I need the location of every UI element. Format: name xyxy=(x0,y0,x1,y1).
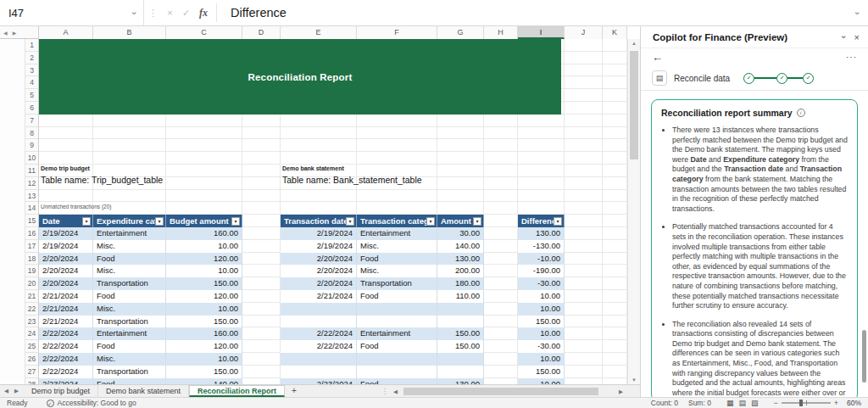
cell[interactable]: Food xyxy=(357,340,437,353)
cell[interactable] xyxy=(357,353,437,366)
cell[interactable] xyxy=(437,353,484,366)
cell[interactable]: 150.00 xyxy=(437,340,484,353)
name-box[interactable]: I47 › xyxy=(0,0,144,25)
tab-scroll-right-icon[interactable]: ▶ xyxy=(14,388,19,394)
row-header-24[interactable]: 24 xyxy=(25,327,38,340)
table-header-cell[interactable]: Difference▾ xyxy=(518,215,565,227)
sheet-tab-demo-bank-statement[interactable]: Demo bank statement xyxy=(98,385,189,397)
formula-bar-expand-icon[interactable]: › xyxy=(854,3,863,23)
cell[interactable] xyxy=(357,366,437,378)
cell[interactable]: 2/20/2024 xyxy=(281,253,357,265)
column-header-g[interactable]: G xyxy=(437,26,484,39)
hscroll-right-icon[interactable]: ▶ xyxy=(616,388,626,395)
cell[interactable]: 130.00 xyxy=(518,227,565,240)
cell[interactable]: Transportation xyxy=(93,316,166,328)
cell[interactable]: 150.00 xyxy=(166,366,242,378)
row-header-22[interactable]: 22 xyxy=(25,303,38,316)
row-header-5[interactable]: 5 xyxy=(25,89,38,102)
cell[interactable]: 2/20/2024 xyxy=(39,277,93,290)
cell[interactable]: 140.00 xyxy=(166,378,242,384)
filter-icon[interactable]: ▾ xyxy=(473,217,481,226)
table-header-cell[interactable]: Transaction date▾ xyxy=(281,215,357,227)
vertical-scroll-thumb[interactable] xyxy=(630,51,638,159)
filter-icon[interactable]: ▾ xyxy=(155,217,164,226)
cell[interactable]: 2/23/2024 xyxy=(39,378,93,384)
cell[interactable]: 160.00 xyxy=(166,327,242,340)
cell[interactable]: 2/20/2024 xyxy=(281,277,357,290)
filter-icon[interactable]: ▾ xyxy=(554,217,562,226)
cell[interactable]: 2/20/2024 xyxy=(39,265,93,277)
cell[interactable] xyxy=(281,353,357,366)
cell[interactable]: -190.00 xyxy=(518,265,565,277)
row-header-23[interactable]: 23 xyxy=(25,316,38,328)
row-header-13[interactable]: 13 xyxy=(25,190,38,203)
cell[interactable]: 110.00 xyxy=(437,290,484,303)
cell[interactable]: 150.00 xyxy=(518,366,565,378)
panel-collapse-icon[interactable]: › xyxy=(839,36,849,39)
cell[interactable]: 2/21/2024 xyxy=(39,303,93,316)
row-header-27[interactable]: 27 xyxy=(25,366,38,378)
cell[interactable] xyxy=(437,366,484,378)
cell[interactable]: 160.00 xyxy=(166,227,242,240)
horizontal-scrollbar[interactable]: ⋮ ◀ ▶ xyxy=(381,386,626,397)
cell[interactable]: Misc. xyxy=(357,265,437,277)
cell[interactable]: Transportation xyxy=(93,366,166,378)
cell[interactable]: Transportation xyxy=(357,277,437,290)
add-sheet-button[interactable]: + xyxy=(285,385,303,397)
cell[interactable]: Food xyxy=(357,253,437,265)
table-header-cell[interactable]: Budget amount▾ xyxy=(166,215,242,227)
cell[interactable]: 130.00 xyxy=(437,253,484,265)
cell[interactable]: 10.00 xyxy=(166,265,242,277)
cell[interactable]: Food xyxy=(357,290,437,303)
cell[interactable]: 2/20/2024 xyxy=(39,253,93,265)
cell[interactable]: 2/23/2024 xyxy=(281,378,357,384)
hscroll-track[interactable] xyxy=(400,387,616,396)
row-header-26[interactable]: 26 xyxy=(25,353,38,366)
cell[interactable]: Misc. xyxy=(93,353,166,366)
cell[interactable] xyxy=(281,303,357,316)
cell[interactable]: 180.00 xyxy=(437,277,484,290)
row-header-9[interactable]: 9 xyxy=(25,139,38,152)
cells-layer[interactable]: Reconciliation Report Demo trip budget T… xyxy=(39,39,627,384)
cell[interactable]: 120.00 xyxy=(166,340,242,353)
cell[interactable] xyxy=(357,303,437,316)
cell[interactable]: 140.00 xyxy=(437,240,484,253)
zoom-slider-thumb[interactable] xyxy=(799,400,803,406)
pane-right-icon[interactable]: ▶ xyxy=(13,30,17,36)
cell[interactable]: Misc. xyxy=(93,303,166,316)
page-break-view-icon[interactable]: ▧ xyxy=(751,399,759,407)
cell[interactable]: 150.00 xyxy=(437,327,484,340)
vertical-scrollbar[interactable]: ▲ ▼ xyxy=(627,39,640,384)
cell[interactable]: 150.00 xyxy=(166,277,242,290)
cell[interactable]: 10.00 xyxy=(518,303,565,316)
info-icon[interactable]: i xyxy=(797,109,805,117)
row-header-14[interactable]: 14 xyxy=(25,202,38,215)
row-header-6[interactable]: 6 xyxy=(25,102,38,115)
tab-scroll-left-icon[interactable]: ◀ xyxy=(4,388,8,394)
enter-icon[interactable]: ✓ xyxy=(178,8,194,19)
column-header-j[interactable]: J xyxy=(565,26,603,39)
accessibility-status[interactable]: ✓ Accessibility: Good to go xyxy=(47,399,136,407)
column-header-f[interactable]: F xyxy=(357,26,437,39)
row-header-10[interactable]: 10 xyxy=(25,152,38,165)
cell[interactable]: Food xyxy=(93,290,166,303)
row-header-17[interactable]: 17 xyxy=(25,240,38,253)
cell[interactable]: 2/20/2024 xyxy=(281,265,357,277)
cell[interactable]: 2/22/2024 xyxy=(281,340,357,353)
row-header-19[interactable]: 19 xyxy=(25,265,38,277)
cell[interactable] xyxy=(437,316,484,328)
cell[interactable]: Food xyxy=(93,340,166,353)
cell[interactable]: -30.00 xyxy=(518,340,565,353)
cell[interactable]: 2/22/2024 xyxy=(281,327,357,340)
cell[interactable]: 10.00 xyxy=(166,240,242,253)
sheet-tab-reconciliation-report[interactable]: Reconciliation Report xyxy=(189,385,285,397)
row-header-21[interactable]: 21 xyxy=(25,290,38,303)
table-header-cell[interactable]: Amount▾ xyxy=(437,215,484,227)
sheet-tab-demo-trip-budget[interactable]: Demo trip budget xyxy=(24,385,98,397)
cell[interactable]: -30.00 xyxy=(518,277,565,290)
table-header-cell[interactable]: Date▾ xyxy=(39,215,93,227)
row-header-25[interactable]: 25 xyxy=(25,340,38,353)
cell[interactable]: 2/21/2024 xyxy=(39,316,93,328)
cell[interactable]: Misc. xyxy=(93,240,166,253)
table-header-cell[interactable]: Transaction category▾ xyxy=(357,215,437,227)
